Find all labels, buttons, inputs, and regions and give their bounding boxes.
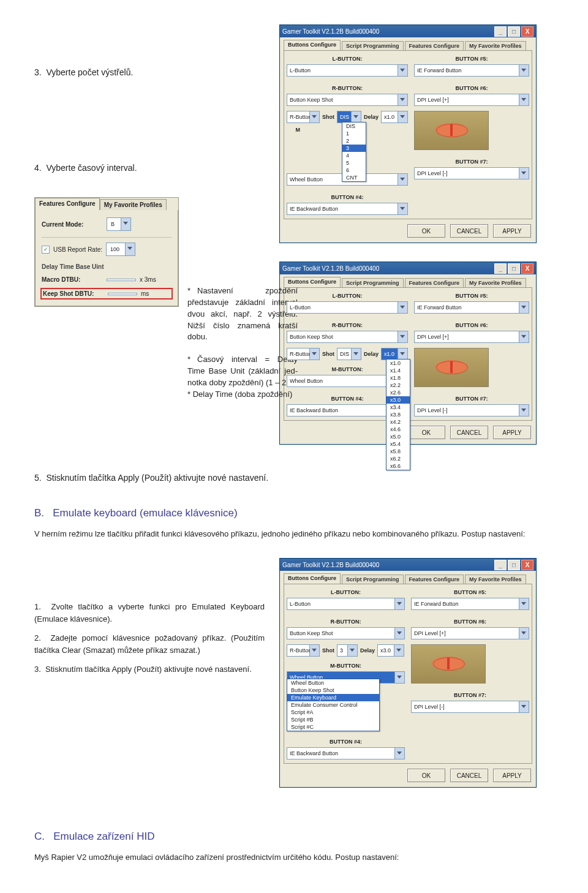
shot-option[interactable]: 1 (342, 130, 366, 137)
titlebar: Gamer Toolkit V2.1.2B Build000400 _ □ X (280, 25, 536, 37)
shot-option[interactable]: DIS (342, 122, 366, 130)
close-icon[interactable]: X (521, 263, 533, 274)
toolkit-window-2: Gamer Toolkit V2.1.2B Build000400 _ □ X … (279, 262, 537, 445)
btn4-select[interactable]: IE Backward Button (287, 203, 408, 215)
close-icon[interactable]: X (521, 26, 533, 37)
mouse-image (414, 348, 489, 387)
btn5-select[interactable]: IE Forward Button (414, 64, 529, 77)
step-3: 3. Vyberte počet výstřelů. (34, 67, 265, 77)
shot-option[interactable]: 6 (342, 167, 366, 174)
toolkit-window-3: Gamer Toolkit V2.1.2B Build000400 _ □ X … (279, 558, 537, 788)
tab-features-configure[interactable]: Features Configure (405, 41, 464, 50)
keep-shot-label: Keep Shot DBTU: (43, 290, 104, 297)
minimize-icon[interactable]: _ (494, 560, 507, 570)
btn7-select[interactable]: DPI Level [-] (414, 167, 529, 179)
delay-label: Delay (364, 114, 379, 120)
tab-my-favorite-profiles[interactable]: My Favorite Profiles (100, 199, 167, 210)
delay-dropdown[interactable]: x1.0 x1.4 x1.8 x2.2 x2.6 x3.0 x3.4 x3.8 … (386, 359, 410, 470)
keep-shot-input[interactable] (108, 293, 137, 295)
shot-count-dropdown[interactable]: DIS 1 2 3 4 5 6 CNT (342, 122, 366, 182)
lbutton-label: L-BUTTON: (287, 56, 408, 62)
mouse-image (411, 644, 486, 684)
btn6-select[interactable]: DPI Level [+] (414, 94, 529, 106)
maximize-icon[interactable]: □ (508, 26, 520, 37)
window-title: Gamer Toolkit V2.1.2B Build000400 (282, 28, 493, 35)
btn7-label: BUTTON #7: (414, 159, 529, 165)
usb-report-rate-label: USB Report Rate: (53, 246, 102, 253)
shot-option[interactable]: 2 (342, 137, 366, 145)
tab-my-favorite-profiles[interactable]: My Favorite Profiles (465, 41, 526, 50)
shot-option[interactable]: 3 (342, 145, 366, 152)
close-icon[interactable]: X (521, 560, 533, 570)
b-step-2: 2. Zadejte pomocí klávesnice požadovaný … (34, 632, 265, 656)
tab-features-configure[interactable]: Features Configure (35, 198, 100, 210)
shot-label: Shot (322, 114, 334, 120)
note-2: *Časový interval = Delay Time Base Unit … (187, 354, 298, 400)
current-mode-select[interactable]: B (107, 217, 131, 231)
btn6-label: BUTTON #6: (414, 85, 529, 91)
b-step-3: 3. Stisknutím tlačítka Apply (Použít) ak… (34, 663, 265, 676)
ok-button[interactable]: OK (407, 224, 445, 238)
section-c-para: Myš Rapier V2 umožňuje emulaci ovládacíh… (34, 851, 554, 864)
rbutton-label: R-BUTTON: (287, 85, 408, 91)
btn4-label: BUTTON #4: (287, 194, 408, 200)
rbutton-select[interactable]: Button Keep Shot (287, 94, 408, 106)
btn5-label: BUTTON #5: (414, 56, 529, 62)
cancel-button[interactable]: CANCEL (450, 224, 488, 238)
macro-dtbu-unit: x 3ms (140, 276, 156, 283)
shot-option[interactable]: CNT (342, 174, 366, 181)
minimize-icon[interactable]: _ (494, 26, 507, 37)
apply-button[interactable]: APPLY (493, 224, 531, 238)
tab-script-programming[interactable]: Script Programming (342, 41, 404, 50)
section-c-title: C. Emulace zařízení HID (34, 831, 554, 843)
section-b-title: B. Emulate keyboard (emulace klávesnice) (34, 507, 554, 519)
toolkit-window-1: Gamer Toolkit V2.1.2B Build000400 _ □ X … (279, 24, 537, 243)
delay-select[interactable]: x1.0 (381, 348, 408, 360)
step-4: 4. Vyberte časový interval. (34, 163, 265, 173)
shot-count-select[interactable]: DIS (337, 111, 361, 123)
lbutton-select[interactable]: L-Button (287, 64, 408, 77)
delay-heading: Delay Time Base Uint (42, 263, 104, 270)
mbutton-dropdown[interactable]: Wheel Button Button Keep Shot Emulate Ke… (287, 679, 380, 731)
usb-report-rate-select[interactable]: 100 (106, 243, 135, 256)
section-b-para: V herním režimu lze tlačítku přiřadit fu… (34, 528, 554, 540)
minimize-icon[interactable]: _ (494, 263, 507, 274)
keep-shot-unit: ms (141, 290, 149, 297)
shot-option[interactable]: 5 (342, 159, 366, 167)
usb-report-rate-checkbox[interactable]: ✓ (42, 246, 50, 254)
rbutton-mode-select[interactable]: R-Button (287, 111, 320, 123)
current-mode-label: Current Mode: (42, 221, 103, 228)
keep-shot-highlight: Keep Shot DBTU: ms (40, 288, 173, 300)
features-configure-window: Features Configure My Favorite Profiles … (34, 197, 179, 307)
mouse-image (414, 111, 489, 150)
shot-option[interactable]: 4 (342, 152, 366, 159)
maximize-icon[interactable]: □ (508, 263, 520, 274)
step-5: 5. Stisknutím tlačítka Apply (Použít) ak… (34, 473, 554, 483)
maximize-icon[interactable]: □ (508, 560, 520, 570)
m-label: M (287, 127, 300, 133)
delay-select[interactable]: x1.0 (381, 111, 408, 123)
b-step-1: 1. Zvolte tlačítko a vyberte funkci pro … (34, 601, 265, 625)
macro-dtbu-input[interactable] (107, 279, 136, 281)
note-1: *Nastavení zpoždění představuje základní… (187, 285, 298, 343)
macro-dtbu-label: Macro DTBU: (42, 276, 103, 283)
tab-buttons-configure[interactable]: Buttons Configure (284, 40, 341, 50)
